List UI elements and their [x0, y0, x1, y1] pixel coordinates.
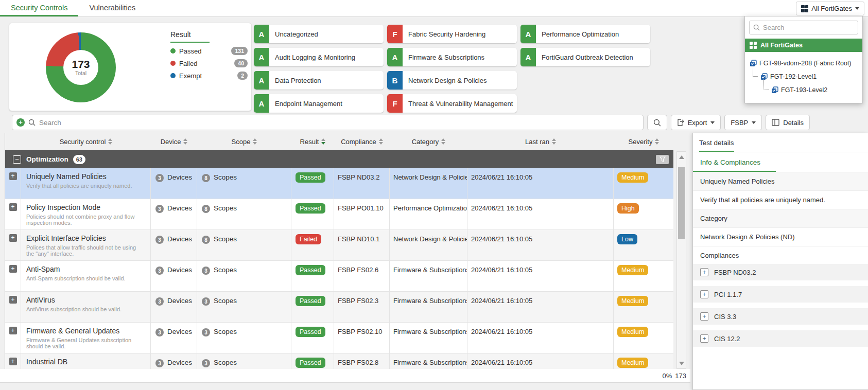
- sort-icon: [108, 138, 112, 145]
- result-badge: Passed: [296, 358, 325, 368]
- severity-badge: Medium: [617, 327, 648, 337]
- scroll-up-arrow[interactable]: [677, 153, 686, 161]
- export-button[interactable]: Export: [671, 115, 721, 130]
- device-count-badge: 3: [155, 174, 164, 182]
- expand-row-icon[interactable]: +: [9, 234, 17, 242]
- table-row[interactable]: + Anti-Spam Anti-Spam subscription shoul…: [5, 261, 673, 292]
- category-chip-data-protection[interactable]: A Data Protection: [254, 71, 384, 90]
- compliance-cell: FSBP FS02.6: [334, 261, 390, 291]
- filter-search-box[interactable]: +: [12, 115, 644, 130]
- compliance-item-cis-3-3[interactable]: + CIS 3.3: [693, 308, 868, 325]
- table-row[interactable]: + Firmware & General Updates Firmware & …: [5, 323, 673, 353]
- dropdown-search-input[interactable]: [763, 24, 854, 31]
- category-chip-fabric-hardening[interactable]: F Fabric Security Hardening: [387, 25, 517, 43]
- column-header-result[interactable]: Result: [291, 138, 334, 146]
- funnel-icon: [659, 156, 666, 162]
- tab-info-compliances[interactable]: Info & Compliances: [693, 152, 776, 172]
- column-header-category[interactable]: Category: [390, 138, 467, 146]
- expand-compliance-icon[interactable]: +: [700, 268, 708, 276]
- column-header-last-ran[interactable]: Last ran: [467, 138, 614, 146]
- table-row[interactable]: + AntiVirus AntiVirus subscription shoul…: [5, 292, 673, 323]
- legend-item-failed[interactable]: Failed 40: [170, 59, 248, 67]
- scroll-down-arrow[interactable]: [677, 359, 686, 367]
- device-count-badge: 3: [155, 267, 164, 275]
- tree-item-fabric-root[interactable]: FGT-98-vdom-208 (Fabric Root): [745, 57, 862, 70]
- result-badge: Passed: [296, 203, 325, 214]
- sort-icon: [379, 138, 383, 145]
- table-row[interactable]: + Policy Inspection Mode Policies should…: [5, 199, 673, 230]
- filter-funnel-button[interactable]: [656, 155, 669, 164]
- details-panel-title: Test details: [699, 139, 734, 152]
- control-title: Policy Inspection Mode: [26, 203, 145, 211]
- category-chip-network-design[interactable]: B Network Design & Policies: [387, 71, 517, 90]
- category-chip-performance-optimization[interactable]: A Performance Optimization: [520, 25, 650, 43]
- column-header-device[interactable]: Device: [151, 138, 197, 146]
- legend-item-passed[interactable]: Passed 131: [170, 47, 248, 55]
- legend-item-exempt[interactable]: Exempt 2: [170, 72, 248, 80]
- collapse-group-icon[interactable]: −: [13, 155, 21, 164]
- expand-row-icon[interactable]: +: [9, 203, 17, 211]
- expand-compliance-icon[interactable]: +: [700, 312, 708, 321]
- group-row-optimization[interactable]: − Optimization 63: [5, 150, 673, 168]
- table-toolbar: + Export FSBP Details: [12, 115, 810, 130]
- tab-security-controls[interactable]: Security Controls: [0, 0, 78, 16]
- scrollbar-thumb[interactable]: [678, 167, 685, 239]
- column-header-compliance[interactable]: Compliance: [334, 138, 390, 146]
- table-footer: 0% 173: [0, 369, 690, 383]
- tab-vulnerabilities[interactable]: Vulnerabilities: [78, 0, 146, 16]
- expand-row-icon[interactable]: +: [9, 296, 17, 304]
- dropdown-search-box[interactable]: [749, 21, 858, 34]
- expand-row-icon[interactable]: +: [9, 358, 17, 365]
- donut-total-label: Total: [75, 70, 86, 76]
- last-ran-cell: 2024/06/21 16:10:05: [467, 323, 614, 353]
- severity-badge: Medium: [617, 172, 648, 183]
- table-row[interactable]: + Industrial DB 3Devices 3Scopes Passed …: [5, 353, 673, 369]
- category-chip-uncategorized[interactable]: A Uncategorized: [254, 25, 384, 43]
- category-chip-threat-vulnerability[interactable]: F Threat & Vulnerability Management: [387, 94, 517, 113]
- column-header-severity[interactable]: Severity: [614, 138, 674, 146]
- compliance-item-cis-12-2[interactable]: + CIS 12.2: [693, 330, 868, 347]
- expand-row-icon[interactable]: +: [9, 265, 17, 273]
- expand-row-icon[interactable]: +: [9, 327, 17, 334]
- filter-search-input[interactable]: [39, 119, 639, 127]
- category-chip-endpoint-management[interactable]: A Endpoint Management: [254, 94, 384, 113]
- fortigate-grid-icon: [801, 5, 808, 12]
- result-badge: Passed: [296, 265, 325, 275]
- chevron-down-icon: [710, 121, 715, 124]
- compliance-item-fsbp[interactable]: + FSBP ND03.2: [693, 264, 868, 280]
- details-toggle-button[interactable]: Details: [766, 115, 810, 130]
- last-ran-cell: 2024/06/21 16:10:05: [467, 199, 614, 229]
- expand-compliance-icon[interactable]: +: [700, 290, 708, 298]
- add-filter-icon[interactable]: +: [16, 118, 25, 127]
- expand-compliance-icon[interactable]: +: [700, 334, 708, 343]
- table-row[interactable]: + Explicit Interface Policies Polices th…: [5, 230, 673, 261]
- last-ran-cell: 2024/06/21 16:10:05: [467, 230, 614, 260]
- sort-icon: [441, 138, 445, 145]
- compliance-item-pci[interactable]: + PCI 1.1.7: [693, 286, 868, 303]
- table-scrollbar[interactable]: [676, 151, 686, 369]
- dropdown-item-all-fortigates[interactable]: All FortiGates: [745, 39, 862, 52]
- scope-count-badge: 3: [202, 297, 210, 306]
- detail-category-value: Network Design & Policies (ND): [693, 228, 868, 246]
- table-row[interactable]: + Uniquely Named Policies Verify that al…: [5, 168, 673, 199]
- result-donut-chart[interactable]: 173 Total: [46, 32, 116, 102]
- category-column-3: A Performance Optimization A FortiGuard …: [520, 25, 650, 71]
- expand-row-icon[interactable]: +: [9, 172, 17, 180]
- search-button[interactable]: [647, 115, 667, 130]
- details-panel-icon: [772, 119, 779, 126]
- sort-icon: [183, 138, 187, 145]
- category-chip-audit-logging[interactable]: A Audit Logging & Monitoring: [254, 48, 384, 66]
- fortigate-selector-button[interactable]: All FortiGates: [796, 2, 864, 15]
- category-chip-outbreak-detection[interactable]: A FortiGuard Outbreak Detection: [520, 48, 650, 66]
- scope-count-badge: 3: [202, 328, 210, 336]
- standard-select-button[interactable]: FSBP: [724, 115, 762, 130]
- tree-item-level2[interactable]: FGT-193-Level2: [745, 83, 862, 97]
- column-header-security-control[interactable]: Security control: [21, 138, 151, 146]
- category-chip-firmware-subscriptions[interactable]: A Firmware & Subscriptions: [387, 48, 517, 66]
- sort-icon: [552, 138, 556, 145]
- details-subtabs: Info & Compliances: [693, 152, 868, 172]
- security-rating-page: Security Controls Vulnerabilities All Fo…: [0, 0, 868, 390]
- compliance-cell: FSBP FS02.8: [334, 353, 390, 369]
- tree-item-level1[interactable]: FGT-192-Level1: [745, 70, 862, 83]
- column-header-scope[interactable]: Scope: [197, 138, 291, 146]
